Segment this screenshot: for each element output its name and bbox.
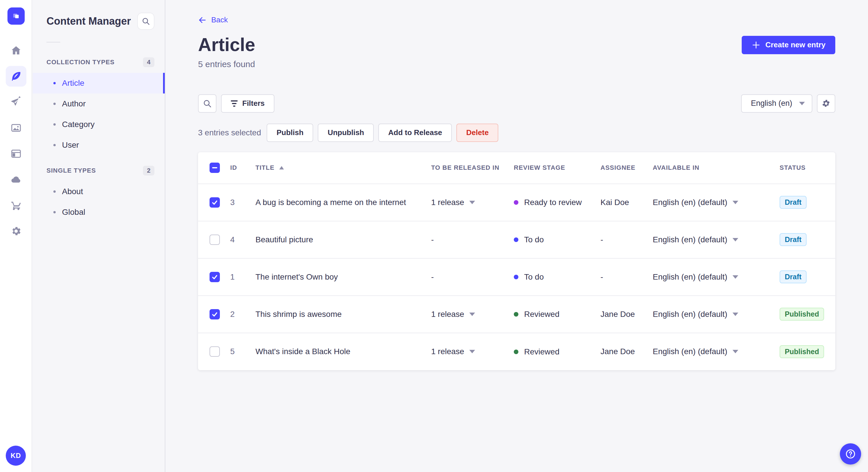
row-checkbox[interactable] [210,272,220,282]
cell-locale-dropdown[interactable]: English (en) (default) [653,310,738,319]
sidebar-title: Content Manager [46,15,131,27]
check-icon [211,311,218,318]
table-row[interactable]: 5What's inside a Black Hole1 releaseRevi… [198,333,835,370]
sidebar-item-user[interactable]: User [33,135,165,156]
rail-item-gear[interactable] [6,221,26,241]
search-icon [142,17,150,26]
cell-review-stage: Reviewed [514,347,559,357]
back-link[interactable]: Back [198,15,228,24]
column-header-assignee: ASSIGNEE [600,152,653,184]
cell-release-dropdown[interactable]: 1 release [431,347,475,356]
cell-review-stage: To do [514,272,544,281]
help-button[interactable] [840,443,861,465]
stage-dot-icon [514,312,518,316]
toolbar: Filters English (en) [198,94,835,113]
publish-button[interactable]: Publish [267,124,313,142]
locale-select[interactable]: English (en) [741,94,812,113]
column-header-title[interactable]: TITLE [255,152,431,184]
cell-assignee: Kai Doe [600,184,653,221]
question-mark-icon [845,448,856,460]
chevron-down-icon [733,201,738,204]
table-header-row: IDTITLETO BE RELEASED INREVIEW STAGEASSI… [198,152,835,184]
sidebar-item-about[interactable]: About [33,181,165,202]
cell-locale-dropdown[interactable]: English (en) (default) [653,347,738,356]
column-header-review-stage: REVIEW STAGE [514,152,600,184]
create-new-entry-button[interactable]: Create new entry [742,36,835,54]
cell-assignee: Jane Doe [600,296,653,333]
rail-item-home[interactable] [6,40,26,61]
bullet-icon [53,211,56,213]
strapi-logo[interactable] [7,7,25,25]
cell-id: 2 [230,296,255,333]
search-button[interactable] [198,94,216,113]
bullet-icon [53,191,56,193]
sidebar-search-button[interactable] [137,12,154,30]
section-label: COLLECTION TYPES [46,59,115,66]
media-icon [10,122,22,134]
unpublish-button[interactable]: Unpublish [318,124,374,142]
locale-value: English (en) (default) [653,310,727,319]
status-badge: Published [780,308,824,321]
release-value: - [431,235,434,244]
cell-locale-dropdown[interactable]: English (en) (default) [653,272,738,281]
sidebar-item-author[interactable]: Author [33,94,165,114]
column-header-available-in: AVAILABLE IN [653,152,780,184]
chevron-down-icon [733,275,738,279]
search-icon [203,99,212,108]
entries-table-card: IDTITLETO BE RELEASED INREVIEW STAGEASSI… [198,152,835,370]
sidebar-item-article[interactable]: Article [33,73,165,94]
filters-button[interactable]: Filters [221,94,274,113]
chevron-down-icon [733,312,738,316]
sidebar-item-category[interactable]: Category [33,114,165,135]
table-row[interactable]: 2This shrimp is awesome1 releaseReviewed… [198,296,835,333]
bullet-icon [53,82,56,84]
stage-dot-icon [514,237,518,242]
release-value: 1 release [431,198,464,207]
cell-locale-dropdown[interactable]: English (en) (default) [653,198,738,207]
cell-release-dropdown[interactable]: 1 release [431,198,475,207]
select-all-checkbox[interactable] [210,163,220,173]
avatar[interactable]: KD [6,446,26,466]
cell-release-dropdown[interactable]: 1 release [431,310,475,319]
release-value: 1 release [431,347,464,356]
send-icon [10,96,22,108]
cell-locale-dropdown[interactable]: English (en) (default) [653,235,738,244]
status-badge: Draft [780,233,807,246]
rail-item-send[interactable] [6,92,26,112]
cell-assignee: - [600,221,653,258]
row-checkbox[interactable] [210,346,220,357]
cell-title: This shrimp is awesome [255,296,431,333]
view-settings-button[interactable] [817,94,835,113]
selection-count: 3 entries selected [198,128,261,137]
arrow-left-icon [198,16,207,24]
bullet-icon [53,144,56,146]
cell-id: 5 [230,333,255,370]
chevron-down-icon [799,102,805,105]
status-badge: Draft [780,270,807,283]
sidebar-item-global[interactable]: Global [33,202,165,223]
rail-item-cart[interactable] [6,195,26,216]
rail-item-cloud[interactable] [6,169,26,190]
row-checkbox[interactable] [210,309,220,319]
chevron-down-icon [469,201,475,204]
table-row[interactable]: 4Beautiful picture-To do-English (en) (d… [198,221,835,258]
delete-button[interactable]: Delete [456,124,498,142]
rail-item-layout[interactable] [6,143,26,164]
cell-review-stage: To do [514,235,544,244]
table-row[interactable]: 3A bug is becoming a meme on the interne… [198,184,835,221]
row-checkbox[interactable] [210,235,220,245]
rail-item-feather[interactable] [6,66,26,87]
cell-release-dropdown: - [431,235,434,244]
stage-dot-icon [514,200,518,205]
bullet-icon [53,103,56,105]
cell-assignee: - [600,258,653,296]
add-to-release-button[interactable]: Add to Release [378,124,452,142]
row-checkbox[interactable] [210,197,220,208]
check-icon [211,199,218,206]
rail-item-media[interactable] [6,117,26,138]
check-icon [211,274,218,280]
stage-label: To do [524,235,544,244]
table-row[interactable]: 1The internet's Own boy-To do-English (e… [198,258,835,296]
sidebar-divider [46,42,60,42]
stage-label: Ready to review [524,198,582,207]
